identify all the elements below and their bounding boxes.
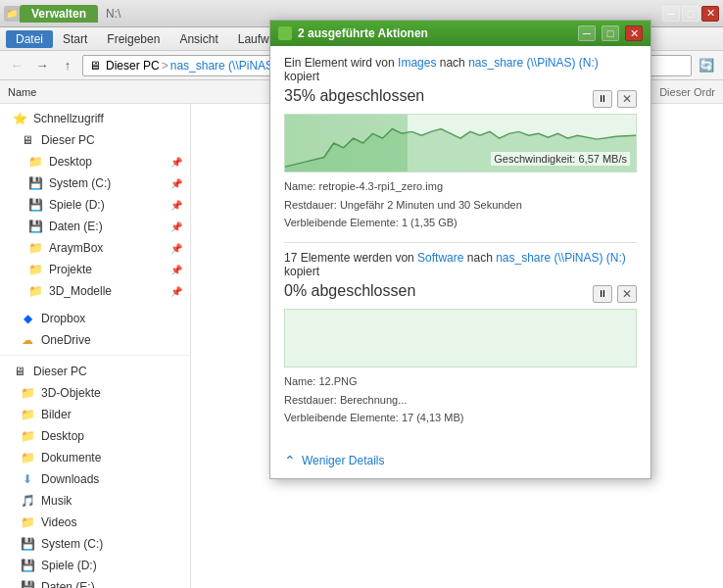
- sidebar-label-3d-modelle: 3D_Modelle: [49, 284, 112, 298]
- star-icon: ⭐: [12, 111, 27, 126]
- pause-button-2[interactable]: ⏸: [593, 285, 612, 303]
- maximize-button[interactable]: □: [682, 6, 699, 22]
- elements-value-2: 17 (4,13 MB): [402, 412, 464, 423]
- info-block-2: Name: 12.PNG Restdauer: Berechnung... Ve…: [284, 372, 637, 427]
- sidebar-item-3d-modelle[interactable]: 📁 3D_Modelle 📌: [0, 280, 190, 302]
- chevron-up-icon: ⌃: [284, 453, 296, 468]
- footer-label: Weniger Details: [302, 454, 384, 467]
- col-header-name[interactable]: Name: [8, 86, 223, 98]
- progress-controls-1: 35% abgeschlossen ⏸ ✕: [284, 87, 637, 110]
- sidebar-label-daten-e-1: Daten (E:): [49, 220, 103, 233]
- sidebar-item-system-c-1[interactable]: 💾 System (C:) 📌: [0, 172, 190, 194]
- folder-musik-icon: 🎵: [20, 493, 35, 509]
- name-label-1: Name:: [284, 180, 315, 192]
- remaining-label-1: Restdauer:: [284, 199, 337, 211]
- minimize-button[interactable]: ─: [662, 6, 680, 22]
- dialog-close-button[interactable]: ✕: [625, 25, 643, 41]
- folder-blue-icon: 📁: [27, 154, 43, 170]
- sidebar-item-dieser-pc-1[interactable]: 🖥 Dieser PC: [0, 129, 190, 151]
- sidebar-item-projekte[interactable]: 📁 Projekte 📌: [0, 259, 190, 280]
- dialog-footer[interactable]: ⌃ Weniger Details: [270, 447, 651, 478]
- pin-icon: 📌: [170, 157, 182, 168]
- dialog-body: Ein Element wird von Images nach nas_sha…: [270, 46, 651, 447]
- sidebar-label-bilder: Bilder: [41, 408, 72, 421]
- sidebar-item-dokumente[interactable]: 📁 Dokumente: [0, 447, 190, 468]
- folder-downloads-icon: ⬇: [20, 471, 35, 487]
- copy-desc-1: Ein Element wird von Images nach nas_sha…: [284, 56, 637, 83]
- remaining-value-2: Berechnung...: [340, 394, 408, 406]
- drive-icon-d2: 💾: [20, 558, 35, 573]
- menu-freigeben[interactable]: Freigeben: [97, 30, 169, 48]
- sidebar-item-desktop-2[interactable]: 📁 Desktop: [0, 425, 190, 447]
- dialog-maximize-button[interactable]: □: [602, 25, 619, 41]
- dialog-minimize-button[interactable]: ─: [578, 25, 596, 41]
- sidebar-label-downloads: Downloads: [41, 472, 99, 486]
- sidebar-label-schnellzugriff: Schnellzugriff: [33, 112, 104, 125]
- refresh-button[interactable]: 🔄: [696, 55, 717, 76]
- onedrive-icon: ☁: [20, 332, 35, 348]
- elements-value-1: 1 (1,35 GB): [402, 217, 458, 228]
- progress-chart-2: [284, 309, 637, 368]
- progress-label-2: 0% abgeschlossen: [284, 282, 415, 300]
- folder-desktop-icon: 📁: [20, 428, 35, 444]
- copy-desc-suffix-1: kopiert: [284, 70, 319, 83]
- close-button[interactable]: ✕: [701, 6, 719, 22]
- drive-icon-2: 💾: [27, 197, 43, 213]
- copy-section-1: Ein Element wird von Images nach nas_sha…: [284, 56, 637, 232]
- menu-datei[interactable]: Datei: [6, 30, 53, 48]
- pin-icon-5: 📌: [170, 243, 182, 254]
- sidebar-item-system-c-2[interactable]: 💾 System (C:): [0, 533, 190, 555]
- dest-link-2[interactable]: nas_share (\\PiNAS) (N:): [496, 251, 626, 265]
- sidebar-item-musik[interactable]: 🎵 Musik: [0, 490, 190, 512]
- sidebar-item-videos[interactable]: 📁 Videos: [0, 512, 190, 533]
- dialog-titlebar: 2 ausgeführte Aktionen ─ □ ✕: [270, 21, 651, 46]
- menu-ansicht[interactable]: Ansicht: [169, 30, 227, 48]
- sidebar-item-3d-objekte[interactable]: 📁 3D-Objekte: [0, 382, 190, 404]
- dest-link-1[interactable]: nas_share (\\PiNAS) (N:): [468, 56, 599, 70]
- dropbox-icon: ◆: [20, 311, 35, 326]
- sidebar-item-bilder[interactable]: 📁 Bilder: [0, 404, 190, 425]
- sidebar-item-onedrive[interactable]: ☁ OneDrive: [0, 329, 190, 351]
- elements-label-1: Verbleibende Elemente:: [284, 217, 399, 228]
- pin-icon-2: 📌: [170, 178, 182, 189]
- sidebar-label-videos: Videos: [41, 515, 76, 529]
- sidebar-item-araymbox[interactable]: 📁 AraymBox 📌: [0, 237, 190, 259]
- cancel-button-1[interactable]: ✕: [617, 90, 637, 108]
- name-value-1: retropie-4.3-rpi1_zero.img: [318, 180, 443, 192]
- sidebar-item-dropbox[interactable]: ◆ Dropbox: [0, 308, 190, 329]
- menu-start[interactable]: Start: [53, 30, 97, 48]
- remaining-label-2: Restdauer:: [284, 394, 337, 406]
- folder-icon-projekte: 📁: [27, 262, 43, 277]
- drive-icon-c2: 💾: [20, 536, 35, 552]
- window-icon: 📁: [4, 6, 20, 22]
- sidebar-item-spiele-d-2[interactable]: 💾 Spiele (D:): [0, 555, 190, 576]
- sidebar-item-daten-e-2[interactable]: 💾 Daten (E:): [0, 576, 190, 588]
- sidebar-label-spiele-d-2: Spiele (D:): [41, 559, 97, 572]
- sidebar-item-downloads[interactable]: ⬇ Downloads: [0, 468, 190, 490]
- back-button[interactable]: ←: [6, 55, 27, 76]
- verwalten-tab[interactable]: Verwalten: [20, 5, 98, 23]
- monitor-icon: 🖥: [20, 132, 35, 148]
- up-button[interactable]: ↑: [57, 55, 78, 76]
- progress-chart-1: Geschwindigkeit: 6,57 MB/s: [284, 114, 637, 172]
- source-link-1[interactable]: Images: [398, 56, 436, 70]
- cancel-button-2[interactable]: ✕: [617, 285, 637, 303]
- sidebar-item-spiele-d-1[interactable]: 💾 Spiele (D:) 📌: [0, 194, 190, 216]
- source-link-2[interactable]: Software: [417, 251, 463, 265]
- sidebar-label-desktop-2: Desktop: [41, 429, 84, 443]
- sidebar-item-schnellzugriff[interactable]: ⭐ Schnellzugriff: [0, 108, 190, 129]
- sidebar-label-dokumente: Dokumente: [41, 451, 101, 465]
- folder-videos-icon: 📁: [20, 514, 35, 530]
- sidebar-item-desktop-1[interactable]: 📁 Desktop 📌: [0, 151, 190, 172]
- sidebar-label-system-c-2: System (C:): [41, 537, 103, 551]
- copy-desc-suffix-2: kopiert: [284, 265, 319, 278]
- sidebar-label-spiele-d-1: Spiele (D:): [49, 198, 105, 212]
- pause-button-1[interactable]: ⏸: [593, 90, 612, 108]
- sidebar-item-daten-e-1[interactable]: 💾 Daten (E:) 📌: [0, 216, 190, 237]
- progress-label-1: 35% abgeschlossen: [284, 87, 424, 105]
- forward-button[interactable]: →: [31, 55, 53, 76]
- sidebar-item-dieser-pc-2[interactable]: 🖥 Dieser PC: [0, 361, 190, 382]
- pin-icon-4: 📌: [170, 221, 182, 232]
- copy-desc-2: 17 Elemente werden von Software nach nas…: [284, 251, 637, 278]
- sidebar-label-dropbox: Dropbox: [41, 312, 85, 325]
